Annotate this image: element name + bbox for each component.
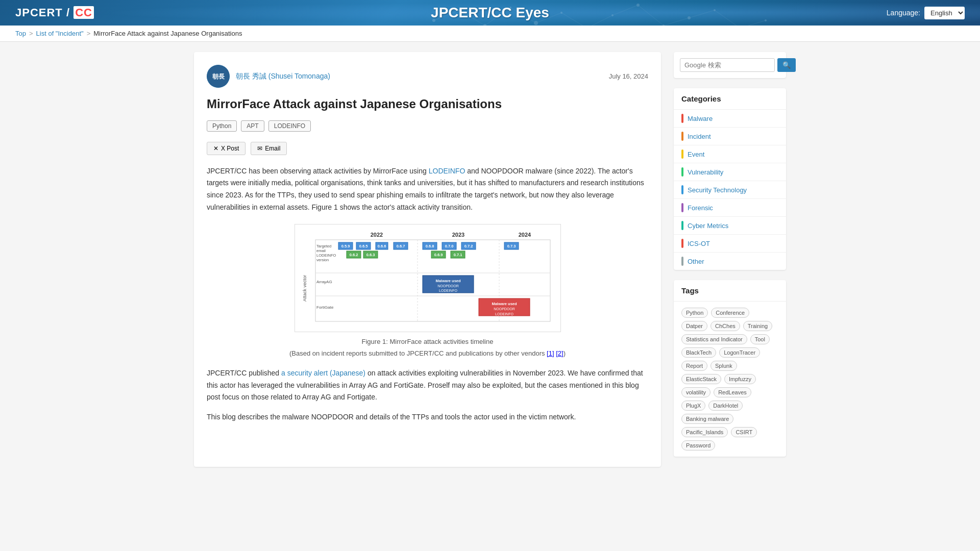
incident-dot (681, 132, 683, 141)
tag-chip-conference[interactable]: Conference (711, 308, 749, 318)
post-date: July 16, 2024 (609, 72, 648, 80)
email-button[interactable]: ✉ Email (251, 142, 287, 155)
category-cyber-metrics-label: Cyber Metrics (688, 222, 728, 230)
category-security-technology[interactable]: Security Technology (674, 181, 786, 199)
tag-chip-datper[interactable]: Datper (681, 321, 707, 331)
tag-chip-pacific-islands[interactable]: Pacific_Islands (681, 427, 728, 437)
article-paragraph-3: This blog describes the malware NOOPDOOR… (207, 411, 648, 423)
svg-text:Targeted: Targeted (316, 244, 331, 248)
tags-cloud: Python Conference Datper ChChes Training… (674, 302, 786, 457)
tag-chip-logontracer[interactable]: LogonTracer (719, 347, 760, 358)
category-vulnerability[interactable]: Vulnerability (674, 163, 786, 181)
categories-list: Malware Incident Event Vulnerability Sec… (674, 110, 786, 270)
svg-text:0.6.3: 0.6.3 (366, 253, 375, 257)
site-logo[interactable]: JPCERT / CC (15, 6, 94, 19)
svg-text:0.5.9: 0.5.9 (341, 244, 350, 248)
category-other-label: Other (688, 258, 704, 265)
email-label: Email (265, 145, 280, 152)
search-row: 🔍 (680, 58, 780, 72)
category-forensic-label: Forensic (688, 204, 713, 212)
email-icon: ✉ (257, 145, 262, 152)
security-alert-link[interactable]: a security alert (Japanese) (281, 369, 365, 377)
svg-text:0.7.1: 0.7.1 (453, 253, 462, 257)
lodeinfo-link[interactable]: LODEINFO (429, 167, 465, 175)
article-paragraph-1: JPCERT/CC has been observing attack acti… (207, 165, 648, 214)
search-button[interactable]: 🔍 (777, 58, 796, 72)
svg-text:LODEINFO: LODEINFO (439, 289, 457, 292)
vulnerability-dot (681, 167, 683, 177)
share-row: ✕ X Post ✉ Email (207, 142, 648, 155)
tag-chip-redleaves[interactable]: RedLeaves (714, 387, 751, 397)
breadcrumb: Top > List of "Incident" > MirrorFace At… (0, 26, 980, 42)
figure-1: 2022 2023 2024 Attack vector (207, 224, 648, 357)
category-incident-label: Incident (688, 133, 711, 140)
tag-chip-impfuzzy[interactable]: Impfuzzy (724, 374, 756, 384)
timeline-chart: 2022 2023 2024 Attack vector (300, 230, 555, 327)
svg-text:0.7.0: 0.7.0 (445, 244, 453, 248)
breadcrumb-sep-1: > (29, 30, 33, 37)
figure-caption-2: (Based on incident reports submitted to … (207, 349, 648, 357)
category-forensic[interactable]: Forensic (674, 199, 786, 217)
tag-chip-chches[interactable]: ChChes (710, 321, 740, 331)
tag-chip-elasticstack[interactable]: ElasticStack (681, 374, 721, 384)
svg-text:FortiGate: FortiGate (316, 305, 334, 310)
author-avatar: 朝長 (207, 65, 230, 88)
tag-lodeinfo[interactable]: LODEINFO (268, 120, 311, 132)
tag-chip-splunk[interactable]: Splunk (710, 361, 737, 371)
breadcrumb-incident[interactable]: List of "Incident" (36, 30, 84, 37)
category-vulnerability-label: Vulnerability (688, 168, 723, 176)
figure-caption-1: Figure 1: MirrorFace attack activities t… (207, 338, 648, 345)
category-malware[interactable]: Malware (674, 110, 786, 128)
tag-chip-report[interactable]: Report (681, 361, 707, 371)
footnote-1[interactable]: [1] (547, 349, 554, 357)
category-malware-label: Malware (688, 115, 713, 122)
tag-chip-password[interactable]: Password (681, 440, 715, 450)
svg-text:NOOPDOOR: NOOPDOOR (437, 284, 459, 288)
breadcrumb-top[interactable]: Top (15, 30, 26, 37)
tag-python[interactable]: Python (207, 120, 237, 132)
tags-section: Tags Python Conference Datper ChChes Tra… (674, 280, 786, 457)
category-cyber-metrics[interactable]: Cyber Metrics (674, 217, 786, 235)
avatar-svg: 朝長 (207, 65, 230, 88)
xpost-label: X Post (221, 145, 239, 152)
article-paragraph-2: JPCERT/CC published a security alert (Ja… (207, 367, 648, 404)
tag-chip-plugx[interactable]: PlugX (681, 400, 705, 411)
tag-chip-statistics[interactable]: Statistics and Indicator (681, 334, 747, 344)
xpost-button[interactable]: ✕ X Post (207, 142, 246, 155)
ics-ot-dot (681, 239, 683, 248)
tag-chip-darkhotel[interactable]: DarkHotel (708, 400, 743, 411)
tag-apt[interactable]: APT (241, 120, 264, 132)
category-event[interactable]: Event (674, 145, 786, 163)
category-other[interactable]: Other (674, 253, 786, 270)
category-event-label: Event (688, 151, 704, 158)
tag-chip-tool[interactable]: Tool (750, 334, 770, 344)
category-incident[interactable]: Incident (674, 128, 786, 145)
tag-chip-csirt[interactable]: CSIRT (731, 427, 757, 437)
chart-container: 2022 2023 2024 Attack vector (295, 224, 561, 332)
breadcrumb-sep-2: > (87, 30, 91, 37)
article-tags: Python APT LODEINFO (207, 120, 648, 132)
xpost-icon: ✕ (213, 145, 218, 152)
sidebar: 🔍 Categories Malware Incident Event (674, 52, 786, 467)
svg-text:NOOPDOOR: NOOPDOOR (494, 307, 515, 311)
svg-text:0.7.3: 0.7.3 (507, 244, 516, 248)
tag-chip-blacktech[interactable]: BlackTech (681, 347, 716, 358)
tag-chip-training[interactable]: Training (743, 321, 772, 331)
article-title: MirrorFace Attack against Japanese Organ… (207, 95, 648, 113)
author-info: 朝長 朝長 秀誠 (Shusei Tomonaga) (207, 65, 330, 88)
tag-chip-python[interactable]: Python (681, 308, 708, 318)
language-select[interactable]: English 日本語 (924, 7, 965, 19)
forensic-dot (681, 203, 683, 212)
author-name[interactable]: 朝長 秀誠 (Shusei Tomonaga) (236, 72, 330, 81)
svg-text:email: email (316, 248, 326, 253)
footnote-2[interactable]: [2] (556, 349, 563, 357)
search-input[interactable] (680, 58, 775, 72)
other-dot (681, 257, 683, 266)
svg-text:Malware used: Malware used (492, 302, 517, 306)
tag-chip-volatility[interactable]: volatility (681, 387, 710, 397)
search-icon: 🔍 (782, 61, 791, 69)
category-ics-ot-label: ICS-OT (688, 240, 710, 247)
category-ics-ot[interactable]: ICS-OT (674, 235, 786, 253)
tag-chip-banking-malware[interactable]: Banking malware (681, 414, 733, 424)
cyber-metrics-dot (681, 221, 683, 230)
